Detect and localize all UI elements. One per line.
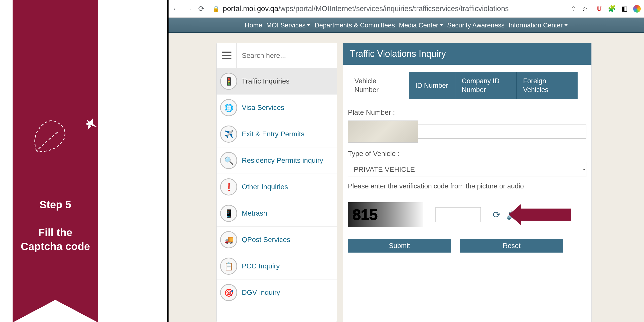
sidebar-item-label: QPost Services <box>242 236 290 244</box>
sidebar-item-qpost[interactable]: 🚚 QPost Services <box>217 227 337 253</box>
address-bar[interactable]: 🔒 portal.moi.gov.qa/wps/portal/MOIIntern… <box>209 5 592 13</box>
forward-button[interactable]: → <box>184 4 193 13</box>
traffic-light-icon: 🚦 <box>220 73 237 90</box>
bookmark-icon[interactable]: ☆ <box>581 5 589 13</box>
truck-icon: 🚚 <box>220 231 237 248</box>
sidebar-item-label: Metrash <box>242 209 267 217</box>
sidebar-item-pcc[interactable]: 📋 PCC Inquiry <box>217 253 337 279</box>
nav-home[interactable]: Home <box>245 21 262 29</box>
back-button[interactable]: ← <box>172 4 181 13</box>
tab-id-number[interactable]: ID Number <box>409 72 455 99</box>
tab-vehicle-number[interactable]: Vehicle Number <box>348 72 409 99</box>
hamburger-menu-button[interactable] <box>217 43 237 68</box>
nav-information-center[interactable]: Information Center <box>509 21 568 29</box>
vehicle-type-select[interactable]: PRIVATE VEHICLE <box>348 162 586 177</box>
plate-number-input[interactable] <box>418 125 586 139</box>
share-icon[interactable]: ⇧ <box>570 5 578 13</box>
sidebar-item-label: PCC Inquiry <box>242 262 280 270</box>
phone-icon: 📱 <box>220 205 237 222</box>
action-buttons: Submit Reset <box>348 239 586 253</box>
instruction-banner: Step 5 Fill the Captcha code <box>0 0 111 322</box>
captcha-input[interactable] <box>435 207 481 222</box>
browser-window: ← → ⟳ 🔒 portal.moi.gov.qa/wps/portal/MOI… <box>169 0 644 322</box>
sidebar-item-label: Traffic Inquiries <box>242 77 290 85</box>
sidebar-item-label: Visa Services <box>242 104 284 112</box>
target-icon: 🎯 <box>220 284 237 301</box>
plane-icon: ✈️ <box>220 126 237 143</box>
nav-media-center[interactable]: Media Center <box>399 21 443 29</box>
exclamation-icon: ❗ <box>220 178 237 195</box>
ublock-extension-icon[interactable]: U <box>595 5 603 13</box>
inquiry-panel: Traffic Violations Inquiry Vehicle Numbe… <box>343 43 592 322</box>
heart-plane-icon <box>29 106 107 161</box>
clipboard-icon: 📋 <box>220 258 237 275</box>
chevron-down-icon <box>564 24 568 26</box>
tab-company-id[interactable]: Company ID Number <box>455 72 517 99</box>
reset-button[interactable]: Reset <box>460 239 563 253</box>
separator <box>111 0 169 322</box>
submit-button[interactable]: Submit <box>348 239 451 253</box>
nav-moi-services[interactable]: MOI Services <box>266 21 310 29</box>
vehicle-type-label: Type of Vehicle : <box>348 150 586 158</box>
step-label: Step 5 <box>39 199 71 211</box>
globe-icon: 🌐 <box>220 99 237 116</box>
nav-departments[interactable]: Departments & Committees <box>314 21 395 29</box>
sidebar-item-other[interactable]: ❗ Other Inquiries <box>217 174 337 200</box>
captcha-image: 815 <box>348 202 423 227</box>
page-content: 🚦 Traffic Inquiries 🌐 Visa Services ✈️ E… <box>169 33 644 322</box>
plate-input-row <box>348 120 586 143</box>
reload-button[interactable]: ⟳ <box>197 4 206 13</box>
lock-icon: 🔒 <box>212 5 220 12</box>
sidebar-item-label: Exit & Entry Permits <box>242 130 304 138</box>
sidebar-header <box>217 43 337 68</box>
sidebar-item-traffic-inquiries[interactable]: 🚦 Traffic Inquiries <box>217 68 337 95</box>
sidebar-item-label: Residency Permits inquiry <box>242 156 323 165</box>
panel-icon[interactable]: ◧ <box>620 5 628 13</box>
sidebar-item-visa-services[interactable]: 🌐 Visa Services <box>217 95 337 121</box>
inquiry-tabs: Vehicle Number ID Number Company ID Numb… <box>348 72 586 99</box>
search-input[interactable] <box>237 43 337 68</box>
sidebar-item-label: Other Inquiries <box>242 183 288 191</box>
chevron-down-icon <box>307 24 310 26</box>
browser-toolbar: ← → ⟳ 🔒 portal.moi.gov.qa/wps/portal/MOI… <box>169 0 644 18</box>
captcha-row: 815 ⟳ 🔊 <box>348 202 586 227</box>
sidebar-item-residency[interactable]: 🔍 Residency Permits inquiry <box>217 147 337 174</box>
url-text: portal.moi.gov.qa/wps/portal/MOIInternet… <box>223 5 567 13</box>
tab-foreign-vehicles[interactable]: Foreign Vehicles <box>517 72 578 99</box>
ribbon: Step 5 Fill the Captcha code <box>13 0 98 322</box>
site-navbar: Home MOI Services Departments & Committe… <box>169 18 644 33</box>
sidebar-item-dgv[interactable]: 🎯 DGV Inquiry <box>217 279 337 306</box>
services-sidebar: 🚦 Traffic Inquiries 🌐 Visa Services ✈️ E… <box>216 43 337 322</box>
chevron-down-icon <box>440 24 443 26</box>
sidebar-item-label: DGV Inquiry <box>242 289 280 297</box>
panel-title: Traffic Violations Inquiry <box>343 43 591 65</box>
sidebar-item-metrash[interactable]: 📱 Metrash <box>217 200 337 227</box>
plate-number-label: Plate Number : <box>348 108 586 116</box>
plate-image-placeholder <box>348 120 418 143</box>
refresh-icon[interactable]: ⟳ <box>493 210 503 220</box>
captcha-helper-text: Please enter the verification code from … <box>348 182 586 190</box>
magnifier-icon: 🔍 <box>220 152 237 169</box>
sidebar-item-exit-entry[interactable]: ✈️ Exit & Entry Permits <box>217 121 337 147</box>
nav-security-awareness[interactable]: Security Awareness <box>447 21 505 29</box>
puzzle-extension-icon[interactable]: 🧩 <box>608 5 616 13</box>
step-description: Fill the Captcha code <box>13 226 98 253</box>
arrow-annotation <box>521 209 571 221</box>
panel-body: Vehicle Number ID Number Company ID Numb… <box>343 65 591 263</box>
extension-icons: U 🧩 ◧ <box>595 5 641 13</box>
profile-icon[interactable] <box>633 5 641 13</box>
